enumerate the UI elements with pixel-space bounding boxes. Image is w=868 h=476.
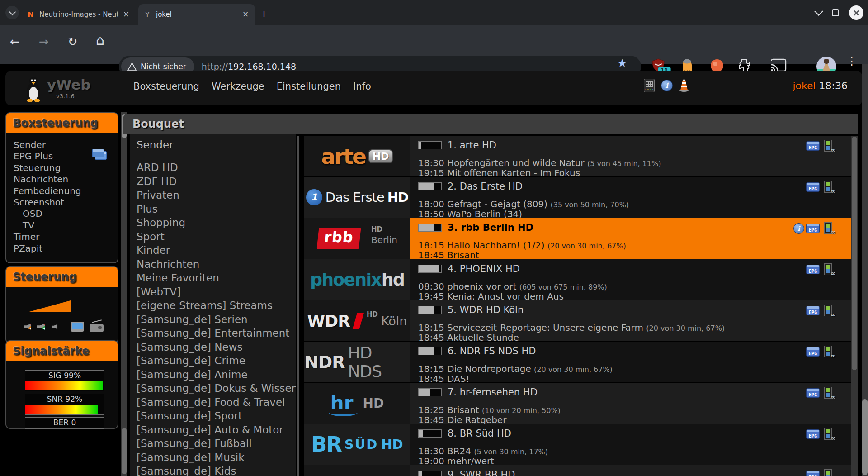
channel-stream-button[interactable]: ∞: [823, 305, 834, 317]
cast-icon[interactable]: [769, 57, 788, 73]
bouquet-item[interactable]: [Samsung_de] Dokus & Wissen: [137, 381, 296, 395]
bouquet-item[interactable]: [Samsung_de] Anime: [137, 368, 296, 382]
channel-logo[interactable]: NDRHD NDS: [304, 342, 410, 382]
sidebar-item-tv[interactable]: TV: [14, 220, 113, 231]
minimize-icon[interactable]: [814, 7, 823, 16]
channel-info-icon[interactable]: i: [793, 223, 804, 234]
channel-epg-button[interactable]: EPG: [806, 306, 820, 315]
bouquet-item[interactable]: [Samsung_de] Kids: [137, 464, 296, 476]
page-scrollbar-thumb[interactable]: [862, 399, 868, 475]
bouquet-item[interactable]: [Samsung_de] Serien: [137, 313, 296, 327]
yweb-nav-werkzeuge[interactable]: Werkzeuge: [212, 81, 264, 92]
channel-name[interactable]: 2. Das Erste HD: [448, 181, 523, 192]
volume-down-icon[interactable]: −: [24, 324, 31, 330]
home-button[interactable]: ⌂: [96, 32, 104, 48]
extensions-puzzle-icon[interactable]: [737, 57, 752, 73]
sidebar-scrollbar-thumb-lower[interactable]: [122, 428, 127, 474]
forward-button[interactable]: →: [39, 35, 49, 48]
channel-stream-button[interactable]: ∞: [823, 469, 834, 476]
sidebar-item-steuerung[interactable]: Steuerung: [14, 162, 113, 174]
channel-name[interactable]: 8. BR Süd HD: [448, 428, 511, 439]
channel-name[interactable]: 4. PHOENIX HD: [448, 263, 520, 274]
tab-search-button[interactable]: [5, 6, 19, 19]
bouquet-item[interactable]: [Samsung_de] Sport: [137, 409, 296, 423]
bouquet-item[interactable]: Plus: [137, 202, 296, 216]
channel-stream-button[interactable]: ∞: [823, 263, 834, 276]
channel-name[interactable]: 3. rbb Berlin HD: [448, 222, 533, 233]
channel-logo[interactable]: arteHD: [304, 136, 410, 176]
channel-logo[interactable]: phoenixhd: [304, 259, 410, 300]
bouquet-item[interactable]: Privaten: [137, 188, 296, 202]
open-window-icon[interactable]: [95, 151, 107, 160]
bouquet-item[interactable]: ZDF HD: [137, 175, 296, 189]
browser-tab[interactable]: NNeutrino-Images - Neutrino-I×: [22, 4, 136, 25]
bouquet-item[interactable]: [Samsung_de] Fußball: [137, 437, 296, 451]
bouquet-item[interactable]: [Samsung_de] Entertainment: [137, 326, 296, 340]
radio-mode-icon[interactable]: [90, 324, 104, 332]
channel-name[interactable]: 6. NDR FS NDS HD: [448, 346, 536, 357]
yweb-nav-boxsteuerung[interactable]: Boxsteuerung: [133, 81, 199, 92]
sidebar-item-osd[interactable]: OSD: [14, 208, 113, 219]
channel-epg-button[interactable]: EPG: [806, 471, 820, 476]
tab-close-icon[interactable]: ×: [121, 10, 131, 19]
volume-slider[interactable]: [26, 297, 104, 314]
sidebar-item-fernbedienung[interactable]: Fernbedienung: [14, 186, 113, 197]
bouquet-item[interactable]: [Samsung_de] News: [137, 340, 296, 354]
bouquet-item[interactable]: [Samsung_de] Food & Travel: [137, 395, 296, 409]
channel-epg-button[interactable]: EPG: [806, 347, 820, 357]
channel-logo[interactable]: rbbHDBerlin: [304, 218, 410, 259]
sidebar-item-nachrichten[interactable]: Nachrichten: [14, 174, 113, 185]
maximize-icon[interactable]: [832, 9, 839, 16]
bouquet-item[interactable]: [Samsung_de] Musik: [137, 451, 296, 465]
tab-close-icon[interactable]: ×: [241, 10, 250, 19]
channel-logo[interactable]: WDRHDKöln: [304, 300, 410, 341]
bouquet-item[interactable]: Meine Favoriten: [137, 271, 296, 285]
mute-icon[interactable]: [52, 324, 58, 329]
channel-epg-button[interactable]: EPG: [806, 265, 820, 274]
sidebar-item-pzapit[interactable]: PZapit: [14, 243, 113, 254]
channel-stream-button[interactable]: ∞: [823, 181, 834, 193]
channel-stream-button[interactable]: ∞: [823, 346, 834, 358]
vlc-cone-icon[interactable]: [679, 79, 689, 92]
remote-control-icon[interactable]: [644, 79, 655, 92]
volume-up-icon[interactable]: +: [37, 324, 45, 330]
bookmark-star-icon[interactable]: ★: [617, 57, 627, 70]
back-button[interactable]: ←: [10, 35, 20, 48]
browser-menu-icon[interactable]: ⋮: [846, 55, 857, 67]
channel-logo[interactable]: 1Das ErsteHD: [304, 177, 410, 218]
channel-epg-button[interactable]: EPG: [806, 224, 820, 233]
reload-button[interactable]: ↻: [68, 35, 78, 48]
channel-epg-button[interactable]: EPG: [806, 182, 820, 192]
bouquet-item[interactable]: Sport: [137, 230, 296, 244]
bouquet-item[interactable]: ARD HD: [137, 161, 296, 175]
yweb-nav-info[interactable]: Info: [353, 81, 371, 92]
browser-tab[interactable]: Yjokel×: [138, 4, 255, 25]
channel-name[interactable]: 7. hr-fernsehen HD: [448, 387, 538, 398]
bouquet-item[interactable]: Nachrichten: [137, 257, 296, 271]
tv-mode-icon[interactable]: [71, 322, 84, 332]
channel-stream-button[interactable]: ∞: [823, 428, 834, 440]
channel-stream-button[interactable]: ∞: [823, 140, 834, 152]
info-icon[interactable]: i: [661, 80, 673, 91]
bouquet-item[interactable]: [Samsung_de] Crime: [137, 354, 296, 368]
yweb-nav-einstellungen[interactable]: Einstellungen: [277, 81, 341, 92]
channel-stream-button[interactable]: ∞: [823, 387, 834, 399]
channel-name[interactable]: 9. SWR BB HD: [448, 469, 515, 476]
sidebar-item-epg-plus[interactable]: EPG Plus: [14, 151, 113, 162]
channel-stream-button[interactable]: ∞: [823, 222, 834, 234]
bouquet-current[interactable]: Sender: [137, 138, 296, 152]
channel-logo[interactable]: [304, 465, 410, 476]
bouquet-item[interactable]: Shopping: [137, 216, 296, 230]
close-window-icon[interactable]: [849, 5, 863, 20]
channel-epg-button[interactable]: EPG: [806, 429, 820, 439]
bouquet-item[interactable]: [Samsung_de] Auto & Motor: [137, 423, 296, 437]
channel-logo[interactable]: hrHD: [304, 383, 410, 424]
channel-scrollbar-thumb[interactable]: [852, 137, 857, 370]
channel-epg-button[interactable]: EPG: [806, 141, 820, 151]
bouquet-item[interactable]: [WebTV]: [137, 285, 296, 299]
channel-logo[interactable]: BRSÜDHD: [304, 424, 410, 465]
sidebar-item-timer[interactable]: Timer: [14, 231, 113, 243]
channel-epg-button[interactable]: EPG: [806, 388, 820, 398]
bouquet-item[interactable]: Kinder: [137, 243, 296, 257]
sidebar-item-screenshot[interactable]: Screenshot: [14, 197, 113, 208]
